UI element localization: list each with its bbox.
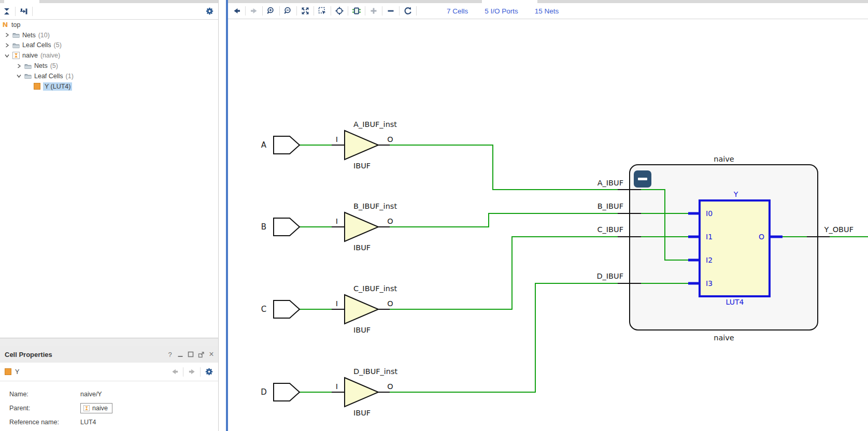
forward-arrow-icon xyxy=(188,367,196,376)
panel-divider[interactable] xyxy=(218,0,219,431)
pin-label-o: O xyxy=(387,135,393,143)
zoom-in-button[interactable] xyxy=(264,5,278,17)
port-b[interactable]: B xyxy=(261,218,300,236)
panel-sash[interactable] xyxy=(0,338,218,347)
field-value: LUT4 xyxy=(80,419,96,426)
toolbar-separator xyxy=(183,367,183,377)
close-button[interactable]: × xyxy=(206,349,217,360)
net-label-y-obuf: Y_OBUF xyxy=(824,225,853,234)
panel-title: Cell Properties xyxy=(5,351,52,358)
cell-type: IBUF xyxy=(353,409,371,417)
zoom-out-button[interactable] xyxy=(281,5,295,17)
port-label: D xyxy=(261,387,267,397)
pin-label-i3: I3 xyxy=(706,279,713,288)
pin-label-o: O xyxy=(387,382,393,391)
instance-name: C_IBUF_inst xyxy=(353,284,397,293)
collapse-level-button[interactable] xyxy=(384,5,397,17)
design-top-icon: N xyxy=(2,21,9,28)
zoom-in-icon xyxy=(266,6,276,16)
leaf-cell-icon xyxy=(33,83,40,90)
netlist-toolbar xyxy=(0,3,218,20)
back-arrow-icon xyxy=(232,6,241,16)
chevron-right-icon[interactable] xyxy=(4,32,10,38)
minimize-button[interactable] xyxy=(175,349,186,360)
crosshair-icon xyxy=(335,6,344,16)
collapse-all-button[interactable] xyxy=(0,5,13,18)
tree-row-nets-naive[interactable]: Nets (5) xyxy=(0,61,218,71)
zoom-fit-button[interactable] xyxy=(298,5,312,17)
parent-cell-chip[interactable]: naive xyxy=(80,403,112,413)
tree-label: Leaf Cells xyxy=(34,73,63,80)
chevron-down-icon[interactable] xyxy=(16,73,22,79)
tree-row-leafcells-top[interactable]: Leaf Cells (5) xyxy=(0,40,218,51)
previous-object-button[interactable] xyxy=(168,366,181,378)
port-c[interactable]: C xyxy=(261,300,300,318)
collapse-naive-button[interactable] xyxy=(634,170,651,188)
tree-count: (1) xyxy=(66,73,74,80)
cell-properties-subheader: Y xyxy=(0,363,218,381)
folder-icon xyxy=(12,32,20,39)
port-label: C xyxy=(261,305,266,314)
toolbar-separator xyxy=(331,6,331,16)
cell-type: IBUF xyxy=(353,326,371,334)
back-button[interactable] xyxy=(230,5,244,17)
scope-to-cell-button[interactable] xyxy=(17,5,31,18)
net-label-d-ibuf: D_IBUF xyxy=(596,272,623,280)
pin-label-i: I xyxy=(336,217,338,225)
collapse-all-icon xyxy=(2,7,11,16)
chevron-right-icon[interactable] xyxy=(16,63,22,69)
expand-level-button[interactable] xyxy=(367,5,380,17)
gear-icon xyxy=(205,7,214,16)
tree-row-nets-top[interactable]: Nets (10) xyxy=(0,30,218,40)
cell-properties-fields: Name: naive/Y Parent: naive Reference na… xyxy=(0,381,218,429)
cells-count-link[interactable]: 7 Cells xyxy=(447,7,468,15)
scope-to-cell-icon xyxy=(19,7,29,16)
toolbar-separator xyxy=(245,6,246,16)
next-object-button[interactable] xyxy=(185,366,198,378)
instance-name: D_IBUF_inst xyxy=(353,367,398,376)
expand-cone-button[interactable] xyxy=(350,5,363,17)
chevron-down-icon[interactable] xyxy=(4,53,10,59)
schematic-stats: 7 Cells 5 I/O Ports 15 Nets xyxy=(447,7,559,15)
regenerate-button[interactable] xyxy=(401,5,415,17)
tree-row-top[interactable]: N top xyxy=(0,20,218,30)
instance-icon xyxy=(83,405,90,411)
maximize-button[interactable] xyxy=(186,349,196,360)
naive-block-label-bottom: naive xyxy=(714,334,734,342)
forward-button[interactable] xyxy=(247,5,261,17)
nets-count-link[interactable]: 15 Nets xyxy=(535,7,559,15)
toolbar-separator xyxy=(382,6,382,16)
plus-icon xyxy=(369,6,378,16)
tree-label: naive xyxy=(22,52,38,59)
port-a[interactable]: A xyxy=(261,136,300,154)
tree-row-y-lut4[interactable]: Y (LUT4) xyxy=(0,81,218,92)
chevron-right-icon[interactable] xyxy=(4,42,10,48)
cell-type: IBUF xyxy=(353,243,371,252)
toolbar-separator xyxy=(416,6,417,16)
selected-cell-label: Y xyxy=(15,368,19,376)
ioports-count-link[interactable]: 5 I/O Ports xyxy=(485,7,518,15)
float-button[interactable] xyxy=(196,349,206,360)
tree-count: (5) xyxy=(50,62,58,69)
netlist-settings-button[interactable] xyxy=(203,5,216,18)
pin-label-i1: I1 xyxy=(706,233,713,241)
chip-icon xyxy=(352,6,361,16)
port-label: A xyxy=(261,140,267,150)
pin-label-i2: I2 xyxy=(706,256,713,264)
tree-row-leafcells-naive[interactable]: Leaf Cells (1) xyxy=(0,71,218,81)
help-button[interactable]: ? xyxy=(165,349,175,360)
tree-count: (naive) xyxy=(40,52,60,59)
tree-label-selected: Y (LUT4) xyxy=(43,82,72,91)
toolbar-separator xyxy=(15,7,16,16)
cell-y-lut4[interactable]: Y LUT4 I0 I1 I2 I3 O xyxy=(688,190,782,306)
lut4-instance-name: Y xyxy=(733,190,738,198)
properties-settings-button[interactable] xyxy=(202,366,216,378)
field-label: Name: xyxy=(9,391,80,398)
cell-properties-header[interactable]: Cell Properties ? × xyxy=(0,346,218,363)
port-d[interactable]: D xyxy=(261,383,300,401)
autofit-selection-button[interactable] xyxy=(333,5,346,17)
zoom-to-selection-button[interactable] xyxy=(316,5,329,17)
instance-icon xyxy=(12,52,20,59)
refresh-icon xyxy=(403,6,412,16)
tree-row-naive[interactable]: naive (naive) xyxy=(0,50,218,61)
